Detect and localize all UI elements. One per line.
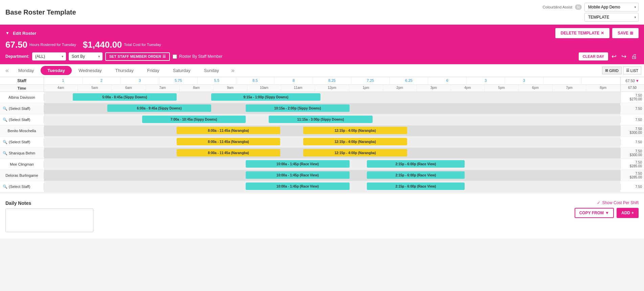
hours-value: 67.50 <box>5 40 27 50</box>
colorblind-row: Colourblind Assist N Mobile App Demo <box>543 3 639 11</box>
total-select2: 7.50 <box>620 117 644 123</box>
day-tab-saturday[interactable]: Saturday <box>166 66 197 75</box>
day-tab-thursday[interactable]: Thursday <box>108 66 140 75</box>
timeline-select1[interactable]: 6:00a - 9:45a (Sippy Downs) 10:15a - 2:0… <box>44 103 620 114</box>
timeline-deloras[interactable]: 10:00a - 1:45p (Race View) 2:15p - 6:00p… <box>44 170 620 181</box>
show-cost-row: ✓ Show Cost Per Shift <box>597 200 639 205</box>
timeline-select3[interactable]: 8:00a - 11:45a (Narangba) 12:15p - 4:00p… <box>44 137 620 147</box>
timeline-benito[interactable]: 8:00a - 11:45a (Narangba) 12:15p - 4:00p… <box>44 125 620 136</box>
shift-block[interactable]: 2:15p - 6:00p (Race View) <box>367 171 465 179</box>
shift-block[interactable]: 8:00a - 11:45a (Narangba) <box>177 127 281 134</box>
timeline-shaniqua[interactable]: 8:00a - 11:45a (Narangba) 12:15p - 4:00p… <box>44 148 620 159</box>
day-tab-wednesday[interactable]: Wednesday <box>72 66 108 75</box>
checkmark-icon: ✓ <box>597 200 600 205</box>
daily-notes-section: Daily Notes <box>5 200 93 233</box>
shift-block[interactable]: 10:15a - 2:00p (Sippy Downs) <box>246 104 350 112</box>
time-7pm: 7pm <box>553 85 586 92</box>
list-icon: ☰ <box>626 68 629 73</box>
total-deloras: 7.50$285.00 <box>620 170 644 180</box>
hours-label: Hours Rostered for Tuesday <box>29 43 76 47</box>
staff-name-deloras: Deloras Burlingame <box>0 172 44 179</box>
time-total-label: 67.50 <box>620 85 644 92</box>
shift-block[interactable]: 10:00a - 1:45p (Race View) <box>246 171 350 179</box>
search-icon[interactable]: 🔍 <box>3 106 7 111</box>
day-tab-monday[interactable]: Monday <box>12 66 41 75</box>
day-tab-sunday[interactable]: Sunday <box>197 66 226 75</box>
staff-select-3: 🔍 (Select Staff) <box>0 139 44 146</box>
clear-day-button[interactable]: CLEAR DAY <box>579 52 608 60</box>
app-dropdown[interactable]: Mobile App Demo <box>584 3 639 11</box>
table-row: Benito Moschella 8:00a - 11:45a (Narangb… <box>0 125 644 137</box>
shift-block[interactable]: 12:15p - 4:00p (Narangba) <box>303 149 407 156</box>
banner-title-row: ▼ Edit Roster <box>5 31 36 36</box>
table-row: 🔍 (Select Staff) 6:00a - 9:45a (Sippy Do… <box>0 103 644 114</box>
day-tab-friday[interactable]: Friday <box>140 66 166 75</box>
redo-button[interactable]: ↪ <box>620 52 628 61</box>
search-icon[interactable]: 🔍 <box>3 185 7 189</box>
undo-button[interactable]: ↩ <box>610 52 618 61</box>
grid-view-button[interactable]: ⊞ GRID <box>602 67 622 74</box>
total-mee: 7.50$285.00 <box>620 159 644 169</box>
department-dropdown[interactable]: (ALL) <box>32 52 66 60</box>
shift-block[interactable]: 9:15a - 1:00p (Sippy Downs) <box>211 93 321 101</box>
shift-block[interactable]: 5:00a - 8:45a (Sippy Downs) <box>73 93 177 101</box>
time-6am: 6am <box>112 85 146 92</box>
time-12pm: 12pm <box>315 85 349 92</box>
total-benito: 7.50$300.00 <box>620 126 644 136</box>
time-4am: 4am <box>44 85 78 92</box>
shift-block[interactable]: 7:00a - 10:45a (Sippy Downs) <box>142 116 246 123</box>
colorblind-toggle[interactable]: N <box>575 4 582 10</box>
timeline-select4[interactable]: 10:00a - 1:45p (Race View) 2:15p - 6:00p… <box>44 181 620 192</box>
roster-by-staff-checkbox[interactable]: Roster By Staff Member <box>173 54 222 59</box>
search-icon[interactable]: 🔍 <box>3 118 7 122</box>
time-5pm: 5pm <box>485 85 518 92</box>
app-dropdown-wrapper: Mobile App Demo <box>584 3 639 11</box>
delete-template-button[interactable]: DELETE TEMPLATE ✕ <box>555 28 609 38</box>
roster-by-staff-input[interactable] <box>173 54 177 59</box>
shift-block[interactable]: 12:15p - 4:00p (Narangba) <box>303 127 407 134</box>
timeline-mee[interactable]: 10:00a - 1:45p (Race View) 2:15p - 6:00p… <box>44 159 620 170</box>
time-11am: 11am <box>281 85 315 92</box>
cost-label: Total Cost for Tuesday <box>124 43 161 47</box>
search-icon[interactable]: 🔍 <box>3 151 7 155</box>
col-num-4: 5.75 <box>159 77 198 84</box>
daily-notes-textarea[interactable] <box>5 209 93 232</box>
time-4pm: 4pm <box>451 85 485 92</box>
add-button[interactable]: ADD + <box>617 208 639 218</box>
col-num-2: 2 <box>83 77 121 84</box>
template-dropdown[interactable]: TEMPLATE <box>584 13 639 22</box>
prev-week-button[interactable]: « <box>3 66 12 75</box>
next-week-button[interactable]: » <box>228 66 237 75</box>
time-6pm: 6pm <box>518 85 552 92</box>
search-icon[interactable]: 🔍 <box>3 140 7 144</box>
col-num-6: 8.5 <box>236 77 275 84</box>
shift-block[interactable]: 12:15p - 4:00p (Narangba) <box>303 138 407 145</box>
shift-block[interactable]: 2:15p - 6:00p (Race View) <box>367 160 465 168</box>
shift-block[interactable]: 10:00a - 1:45p (Race View) <box>246 183 350 190</box>
sort-dropdown[interactable]: Sort By <box>69 52 103 60</box>
copy-from-button[interactable]: COPY FROM ▼ <box>575 208 614 218</box>
timeline-albina[interactable]: 5:00a - 8:45a (Sippy Downs) 9:15a - 1:00… <box>44 92 620 103</box>
shift-block[interactable]: 11:15a - 3:00p (Sippy Downs) <box>269 116 373 123</box>
shift-block[interactable]: 2:15p - 6:00p (Race View) <box>367 183 465 190</box>
total-select1: 7.50 <box>620 105 644 112</box>
time-5am: 5am <box>78 85 112 92</box>
show-cost-label: Show Cost Per Shift <box>602 200 639 205</box>
shift-block[interactable]: 10:00a - 1:45p (Race View) <box>246 160 350 168</box>
list-view-button[interactable]: ☰ LIST <box>623 67 641 74</box>
col-num-12: 3 <box>467 77 505 84</box>
shift-block[interactable]: 8:00a - 11:45a (Narangba) <box>177 138 281 145</box>
staff-name-shaniqua: 🔍 Shaniqua Behm <box>0 150 44 157</box>
timeline-select2[interactable]: 7:00a - 10:45a (Sippy Downs) 11:15a - 3:… <box>44 114 620 125</box>
print-button[interactable]: 🖨 <box>630 52 639 61</box>
banner-controls-row: Department: (ALL) Sort By SET STAFF MEMB… <box>5 52 639 61</box>
banner-right-controls: CLEAR DAY ↩ ↪ 🖨 <box>579 52 639 61</box>
time-1pm: 1pm <box>349 85 383 92</box>
shift-block[interactable]: 8:00a - 11:45a (Narangba) <box>177 149 281 156</box>
save-button[interactable]: SAVE ⊞ <box>612 28 639 38</box>
shift-block[interactable]: 6:00a - 9:45a (Sippy Downs) <box>107 104 211 112</box>
set-staff-order-button[interactable]: SET STAFF MEMBER ORDER ☰ <box>105 52 170 61</box>
day-tab-tuesday[interactable]: Tuesday <box>41 66 72 75</box>
bottom-section: Daily Notes ✓ Show Cost Per Shift COPY F… <box>0 194 644 239</box>
banner-top: ▼ Edit Roster DELETE TEMPLATE ✕ SAVE ⊞ <box>5 28 639 38</box>
